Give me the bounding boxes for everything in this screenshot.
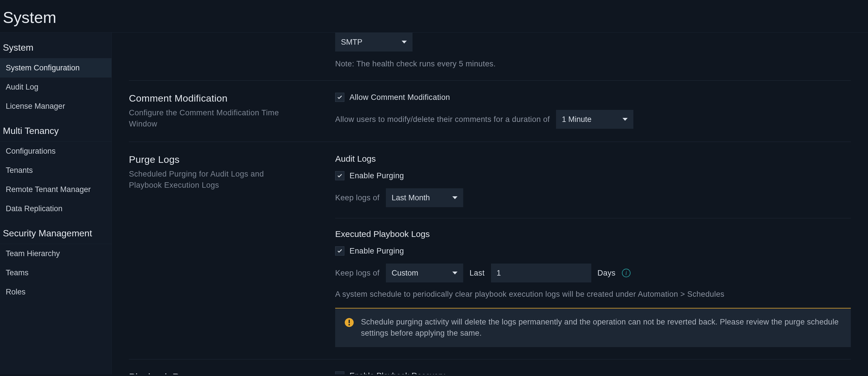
allow-comment-modification-checkbox[interactable] xyxy=(335,93,344,102)
executed-playbook-logs-heading: Executed Playbook Logs xyxy=(335,229,851,239)
enable-playbook-recovery-label: Enable Playbook Recovery xyxy=(349,371,445,374)
sidebar-section-multi-tenancy: Multi Tenancy xyxy=(0,116,112,142)
comment-modification-desc: Configure the Comment Modification Time … xyxy=(129,107,289,130)
enable-playbook-recovery-checkbox[interactable] xyxy=(335,371,344,374)
exec-schedule-hint: A system schedule to periodically clear … xyxy=(335,290,851,299)
sidebar-item-team-hierarchy[interactable]: Team Hierarchy xyxy=(0,244,112,263)
check-icon xyxy=(337,248,343,254)
purge-logs-title: Purge Logs xyxy=(129,154,335,165)
purge-logs-desc: Scheduled Purging for Audit Logs and Pla… xyxy=(129,169,289,191)
purge-warning-alert: Schedule purging activity will delete th… xyxy=(335,308,851,347)
page-title: System xyxy=(0,0,868,33)
chevron-down-icon xyxy=(622,118,628,121)
sidebar-item-tenants[interactable]: Tenants xyxy=(0,161,112,180)
audit-enable-purging-label: Enable Purging xyxy=(349,171,404,180)
sidebar-item-configurations[interactable]: Configurations xyxy=(0,142,112,161)
info-icon[interactable]: i xyxy=(622,269,630,277)
svg-rect-1 xyxy=(349,320,350,323)
playbook-recovery-title: Playbook Recovery xyxy=(129,371,335,374)
exec-keep-logs-value: Custom xyxy=(392,269,418,278)
sidebar-item-system-configuration[interactable]: System Configuration xyxy=(0,58,112,77)
comment-duration-dropdown[interactable]: 1 Minute xyxy=(556,110,633,129)
main-content: SMTP Note: The health check runs every 5… xyxy=(112,33,868,374)
chevron-down-icon xyxy=(452,196,458,199)
comment-duration-value: 1 Minute xyxy=(562,115,592,124)
exec-keep-logs-label: Keep logs of xyxy=(335,269,379,278)
check-icon xyxy=(337,373,343,374)
chevron-down-icon xyxy=(452,272,458,274)
health-check-note: Note: The health check runs every 5 minu… xyxy=(335,60,851,68)
exec-last-input[interactable] xyxy=(491,264,591,282)
smtp-dropdown-value: SMTP xyxy=(341,38,362,47)
exec-last-label: Last xyxy=(469,269,485,278)
audit-keep-logs-label: Keep logs of xyxy=(335,194,379,202)
check-icon xyxy=(337,95,343,100)
audit-keep-logs-dropdown[interactable]: Last Month xyxy=(386,188,463,207)
sidebar-section-system: System xyxy=(0,33,112,58)
purge-warning-text: Schedule purging activity will delete th… xyxy=(361,316,842,339)
sidebar-item-license-manager[interactable]: License Manager xyxy=(0,97,112,116)
exec-days-label: Days xyxy=(597,269,616,278)
svg-point-2 xyxy=(348,324,350,326)
comment-modification-title: Comment Modification xyxy=(129,93,335,104)
sidebar-item-audit-log[interactable]: Audit Log xyxy=(0,77,112,97)
audit-keep-logs-value: Last Month xyxy=(392,194,430,202)
sidebar: System System Configuration Audit Log Li… xyxy=(0,33,112,374)
audit-logs-heading: Audit Logs xyxy=(335,154,851,164)
smtp-dropdown[interactable]: SMTP xyxy=(335,33,412,52)
warning-icon xyxy=(344,318,354,327)
sidebar-item-data-replication[interactable]: Data Replication xyxy=(0,199,112,218)
exec-keep-logs-dropdown[interactable]: Custom xyxy=(386,264,463,282)
exec-enable-purging-checkbox[interactable] xyxy=(335,246,344,255)
exec-enable-purging-label: Enable Purging xyxy=(349,247,404,255)
sidebar-section-security-management: Security Management xyxy=(0,218,112,244)
sidebar-item-roles[interactable]: Roles xyxy=(0,282,112,302)
comment-duration-label: Allow users to modify/delete their comme… xyxy=(335,115,550,124)
check-icon xyxy=(337,173,343,178)
chevron-down-icon xyxy=(402,41,407,43)
audit-enable-purging-checkbox[interactable] xyxy=(335,171,344,180)
allow-comment-modification-label: Allow Comment Modification xyxy=(349,93,450,102)
sidebar-item-remote-tenant-manager[interactable]: Remote Tenant Manager xyxy=(0,180,112,199)
sidebar-item-teams[interactable]: Teams xyxy=(0,263,112,282)
